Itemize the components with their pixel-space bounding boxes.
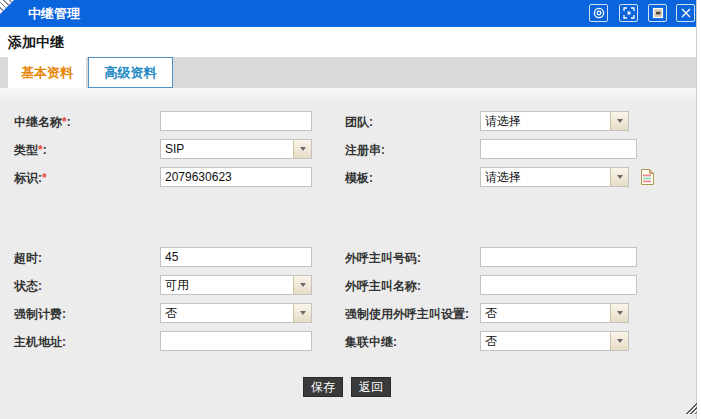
team-select-value: 请选择 — [481, 112, 610, 130]
chevron-down-icon — [617, 119, 623, 123]
window-titlebar[interactable]: 中继管理 — [0, 0, 696, 27]
fullscreen-icon — [623, 7, 635, 19]
top-left-resize-grip[interactable] — [0, 0, 14, 14]
close-button[interactable] — [676, 4, 695, 22]
status-select-value: 可用 — [161, 276, 293, 294]
restore-button[interactable] — [648, 4, 667, 22]
identifier-input[interactable] — [160, 167, 312, 187]
restore-icon — [652, 7, 664, 19]
status-select[interactable]: 可用 — [160, 275, 312, 295]
heading-row: 添加中继 — [0, 27, 696, 57]
type-select-value: SIP — [161, 140, 293, 158]
dropdown-trigger[interactable] — [610, 112, 628, 130]
force-billing-label: 强制计费: — [14, 306, 66, 323]
force-outbound-caller-label: 强制使用外呼主叫设置: — [345, 306, 469, 323]
dropdown-trigger[interactable] — [610, 304, 628, 322]
template-select[interactable]: 请选择 — [480, 167, 629, 187]
dropdown-trigger[interactable] — [610, 332, 628, 350]
chevron-down-icon — [300, 311, 306, 315]
chevron-down-icon — [300, 147, 306, 151]
register-string-input[interactable] — [480, 139, 637, 159]
page-title: 添加中继 — [8, 27, 64, 57]
chevron-down-icon — [617, 311, 623, 315]
status-label: 状态: — [14, 278, 42, 295]
force-billing-select[interactable]: 否 — [160, 303, 312, 323]
type-label: 类型*: — [14, 142, 47, 159]
dropdown-trigger[interactable] — [293, 140, 311, 158]
fullscreen-button[interactable] — [619, 4, 638, 22]
target-icon — [593, 7, 605, 19]
template-select-value: 请选择 — [481, 168, 610, 186]
timeout-input[interactable] — [160, 247, 312, 267]
chevron-down-icon — [617, 339, 623, 343]
team-select[interactable]: 请选择 — [480, 111, 629, 131]
dropdown-trigger[interactable] — [610, 168, 628, 186]
outbound-caller-name-input[interactable] — [480, 275, 637, 295]
outbound-caller-name-label: 外呼主叫名称: — [345, 278, 421, 295]
template-icon[interactable] — [640, 168, 655, 190]
template-label: 模板: — [345, 170, 373, 187]
identifier-label: 标识:* — [14, 170, 47, 187]
host-address-label: 主机地址: — [14, 334, 66, 351]
close-icon — [681, 8, 691, 18]
force-outbound-caller-select[interactable]: 否 — [480, 303, 629, 323]
team-label: 团队: — [345, 114, 373, 131]
tab-label: 高级资料 — [105, 64, 157, 82]
cascade-trunk-label: 集联中继: — [345, 334, 397, 351]
trunk-name-input[interactable] — [160, 111, 312, 131]
register-string-label: 注册串: — [345, 142, 385, 159]
window-title: 中继管理 — [28, 0, 80, 27]
tab-label: 基本资料 — [21, 64, 73, 82]
chevron-down-icon — [617, 175, 623, 179]
trunk-name-label: 中继名称*: — [14, 114, 71, 131]
outbound-caller-number-input[interactable] — [480, 247, 637, 267]
save-button[interactable]: 保存 — [303, 377, 343, 397]
tab-basic-info[interactable]: 基本资料 — [8, 57, 86, 88]
trunk-management-window: 中继管理 — [0, 0, 697, 419]
force-billing-select-value: 否 — [161, 304, 293, 322]
force-outbound-caller-select-value: 否 — [481, 304, 610, 322]
cascade-trunk-select-value: 否 — [481, 332, 610, 350]
dropdown-trigger[interactable] — [293, 276, 311, 294]
host-address-input[interactable] — [160, 331, 312, 351]
type-select[interactable]: SIP — [160, 139, 312, 159]
back-button[interactable]: 返回 — [351, 377, 391, 397]
tab-advanced-info[interactable]: 高级资料 — [88, 57, 173, 88]
target-button[interactable] — [589, 4, 608, 22]
dropdown-trigger[interactable] — [293, 304, 311, 322]
cascade-trunk-select[interactable]: 否 — [480, 331, 629, 351]
chevron-down-icon — [300, 283, 306, 287]
timeout-label: 超时: — [14, 250, 42, 267]
outbound-caller-number-label: 外呼主叫号码: — [345, 250, 421, 267]
tab-strip: 基本资料 高级资料 — [0, 57, 696, 88]
